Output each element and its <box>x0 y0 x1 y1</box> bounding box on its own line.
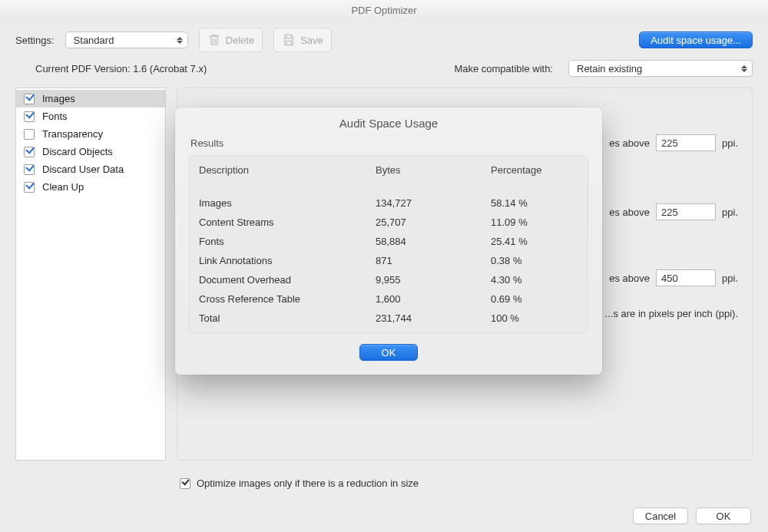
sidebar-item-discard-objects[interactable]: Discard Objects <box>16 143 165 160</box>
ppi-unit: ppi. <box>722 137 738 149</box>
cell-bytes: 871 <box>376 255 491 266</box>
col-bytes: Bytes <box>376 164 491 176</box>
current-pdf-version: Current PDF Version: 1.6 (Acrobat 7.x) <box>35 63 207 74</box>
cell-desc: Cross Reference Table <box>199 293 376 305</box>
sub-toolbar: Current PDF Version: 1.6 (Acrobat 7.x) M… <box>0 55 768 77</box>
sidebar-item-label: Discard User Data <box>42 164 124 175</box>
cell-pct: 58.14 % <box>491 197 578 209</box>
cell-desc: Document Overhead <box>199 274 376 286</box>
delete-label: Delete <box>226 35 255 46</box>
modal-ok-label: OK <box>382 347 396 359</box>
table-header: Description Bytes Percentage <box>190 160 588 180</box>
checkbox-icon[interactable] <box>24 164 35 175</box>
checkbox-icon[interactable] <box>24 94 35 104</box>
col-description: Description <box>199 164 376 176</box>
ppi-field-1[interactable]: 225 <box>656 134 716 151</box>
cell-pct: 4.30 % <box>491 274 578 286</box>
ppi-value: 225 <box>661 207 678 218</box>
sidebar-item-images[interactable]: Images <box>16 90 165 107</box>
ppi-field-2[interactable]: 225 <box>656 203 716 220</box>
cell-bytes: 1,600 <box>376 293 491 305</box>
audit-space-usage-dialog: Audit Space Usage Results Description By… <box>175 107 602 375</box>
cell-desc: Content Streams <box>199 216 376 228</box>
cell-desc: Total <box>199 312 376 324</box>
cell-bytes: 58,884 <box>376 236 491 247</box>
table-row: Document Overhead9,9554.30 % <box>190 270 588 289</box>
sidebar-item-clean-up[interactable]: Clean Up <box>16 178 165 196</box>
checkbox-icon[interactable] <box>24 129 35 140</box>
table-row: Link Annotations8710.38 % <box>190 251 588 270</box>
save-label: Save <box>300 35 323 46</box>
cancel-button[interactable]: Cancel <box>633 507 688 524</box>
pdf-optimizer-window: PDF Optimizer Settings: Standard Delete … <box>0 0 768 532</box>
cell-desc: Fonts <box>199 236 376 247</box>
sidebar-item-fonts[interactable]: Fonts <box>16 107 165 125</box>
optimize-only-if-reduction[interactable]: Optimize images only if there is a reduc… <box>180 477 750 489</box>
ppi-value: 225 <box>661 137 678 149</box>
threshold-suffix: es above <box>609 273 650 284</box>
modal-ok-button[interactable]: OK <box>359 344 418 361</box>
sidebar-item-label: Transparency <box>42 128 103 140</box>
col-percentage: Percentage <box>491 164 578 176</box>
sidebar-item-transparency[interactable]: Transparency <box>16 125 165 143</box>
ppi-field-3[interactable]: 450 <box>656 269 716 286</box>
sidebar-item-label: Discard Objects <box>42 146 113 157</box>
cell-desc: Images <box>199 197 376 209</box>
delete-button[interactable]: Delete <box>199 28 263 52</box>
cell-pct: 11.09 % <box>491 216 578 228</box>
window-title: PDF Optimizer <box>0 0 768 21</box>
settings-label: Settings: <box>15 35 55 46</box>
ppi-unit: ppi. <box>722 207 738 218</box>
results-group-label: Results <box>190 137 588 149</box>
checkbox-icon[interactable] <box>24 182 35 193</box>
settings-select[interactable]: Standard <box>65 31 188 48</box>
threshold-suffix: es above <box>609 207 650 218</box>
ppi-unit: ppi. <box>722 273 738 284</box>
chevron-up-down-icon <box>741 65 747 72</box>
chevron-up-down-icon <box>177 37 183 44</box>
sidebar-item-label: Images <box>42 93 75 104</box>
table-row: Content Streams25,70711.09 % <box>190 213 588 232</box>
cancel-label: Cancel <box>645 511 676 522</box>
floppy-icon <box>282 33 296 47</box>
ok-label: OK <box>717 511 731 522</box>
cell-bytes: 134,727 <box>376 197 491 209</box>
save-button[interactable]: Save <box>273 28 332 52</box>
table-row: Fonts58,88425.41 % <box>190 232 588 251</box>
table-row: Images134,72758.14 % <box>190 193 588 213</box>
table-row: Cross Reference Table1,6000.69 % <box>190 289 588 309</box>
make-compatible-select[interactable]: Retain existing <box>568 60 753 77</box>
make-compatible-label: Make compatible with: <box>454 63 553 74</box>
cell-pct: 0.69 % <box>491 293 578 305</box>
checkbox-icon[interactable] <box>24 147 35 157</box>
results-table: Description Bytes Percentage Images134,7… <box>189 155 588 333</box>
audit-label: Audit space usage... <box>650 35 741 46</box>
cell-pct: 0.38 % <box>491 255 578 266</box>
ppi-value: 450 <box>661 273 678 284</box>
sidebar-item-label: Fonts <box>42 111 68 122</box>
cell-pct: 25.41 % <box>491 236 578 247</box>
settings-value: Standard <box>74 35 114 46</box>
checkbox-icon <box>180 478 190 489</box>
optimize-checkbox-label: Optimize images only if there is a reduc… <box>197 477 419 489</box>
audit-space-usage-button[interactable]: Audit space usage... <box>639 31 753 48</box>
toolbar: Settings: Standard Delete Save Audit spa… <box>0 21 768 55</box>
dialog-footer: Cancel OK <box>633 507 751 524</box>
cell-pct: 100 % <box>491 312 578 324</box>
make-compatible-value: Retain existing <box>577 63 642 74</box>
threshold-suffix: es above <box>609 137 650 149</box>
trash-icon <box>207 33 221 47</box>
cell-bytes: 25,707 <box>376 216 491 228</box>
cell-bytes: 231,744 <box>376 312 491 324</box>
sidebar-item-discard-user-data[interactable]: Discard User Data <box>16 160 165 178</box>
cell-bytes: 9,955 <box>376 274 491 286</box>
ok-button[interactable]: OK <box>696 507 751 524</box>
category-sidebar: ImagesFontsTransparencyDiscard ObjectsDi… <box>15 88 166 461</box>
checkbox-icon[interactable] <box>24 111 35 122</box>
modal-title: Audit Space Usage <box>175 117 602 130</box>
cell-desc: Link Annotations <box>199 255 376 266</box>
sidebar-item-label: Clean Up <box>42 181 84 193</box>
table-row: Total231,744100 % <box>190 309 588 328</box>
